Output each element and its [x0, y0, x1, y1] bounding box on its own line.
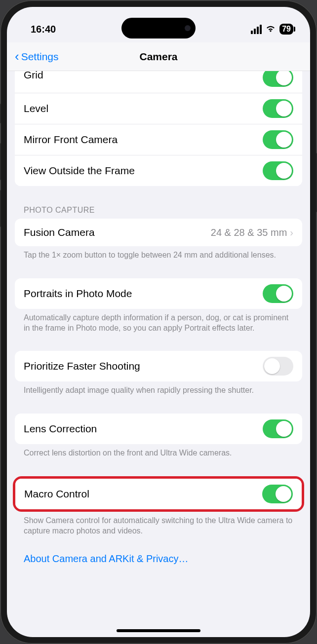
section-footer: Automatically capture depth information …	[16, 313, 301, 334]
status-time: 16:40	[31, 24, 56, 35]
wifi-icon	[265, 24, 276, 35]
settings-group-lens-correction: Lens Correction	[15, 414, 302, 444]
row-level[interactable]: Level	[15, 93, 302, 124]
section-footer: Tap the 1× zoom button to toggle between…	[16, 250, 301, 261]
section-footer: Show Camera control for automatically sw…	[16, 516, 301, 536]
row-value: 24 & 28 & 35 mm	[211, 227, 287, 238]
row-label: Mirror Front Camera	[24, 134, 118, 146]
row-macro-control[interactable]: Macro Control	[15, 479, 302, 509]
row-label: Grid	[24, 71, 43, 81]
chevron-right-icon: ›	[290, 227, 293, 238]
toggle-lens-correction[interactable]	[263, 419, 293, 438]
section-footer: Correct lens distortion on the front and…	[16, 448, 301, 458]
row-portraits-photo-mode[interactable]: Portraits in Photo Mode	[15, 278, 302, 309]
toggle-mirror[interactable]	[263, 130, 293, 149]
section-header-photo-capture: PHOTO CAPTURE	[24, 206, 293, 215]
row-label: Level	[24, 103, 48, 114]
row-lens-correction[interactable]: Lens Correction	[15, 414, 302, 444]
toggle-macro-control[interactable]	[262, 485, 293, 503]
row-view-outside-frame[interactable]: View Outside the Frame	[15, 155, 302, 186]
row-label: View Outside the Frame	[24, 165, 135, 177]
toggle-view-outside[interactable]	[263, 161, 293, 180]
highlight-macro-control: Macro Control	[13, 476, 304, 512]
toggle-level[interactable]	[263, 99, 293, 118]
back-label: Settings	[21, 51, 59, 63]
settings-group-composition: Grid Level Mirror Front Camera View Outs…	[15, 71, 302, 186]
back-button[interactable]: ‹ Settings	[15, 49, 59, 64]
battery-icon: 79	[279, 24, 293, 35]
row-mirror-front-camera[interactable]: Mirror Front Camera	[15, 124, 302, 155]
row-label: Fusion Camera	[24, 227, 95, 238]
cellular-icon	[251, 25, 262, 34]
row-fusion-camera[interactable]: Fusion Camera 24 & 28 & 35 mm ›	[15, 219, 302, 246]
row-label: Macro Control	[24, 488, 89, 500]
settings-group-portraits: Portraits in Photo Mode	[15, 278, 302, 309]
toggle-grid[interactable]	[263, 71, 293, 87]
dynamic-island	[121, 18, 196, 38]
toggle-prioritize[interactable]	[263, 357, 293, 376]
row-label: Lens Correction	[24, 423, 97, 435]
toggle-portraits[interactable]	[263, 284, 293, 303]
link-about-camera-privacy[interactable]: About Camera and ARKit & Privacy…	[7, 547, 310, 570]
home-indicator[interactable]	[117, 629, 200, 632]
settings-group-prioritize: Prioritize Faster Shooting	[15, 351, 302, 381]
row-label: Prioritize Faster Shooting	[24, 360, 140, 372]
settings-group-photo-capture: Fusion Camera 24 & 28 & 35 mm ›	[15, 219, 302, 246]
chevron-left-icon: ‹	[15, 49, 19, 64]
page-title: Camera	[139, 51, 177, 63]
section-footer: Intelligently adapt image quality when r…	[16, 385, 301, 396]
nav-bar: ‹ Settings Camera	[7, 42, 310, 71]
row-label: Portraits in Photo Mode	[24, 288, 132, 300]
row-prioritize-faster-shooting[interactable]: Prioritize Faster Shooting	[15, 351, 302, 381]
row-grid[interactable]: Grid	[15, 71, 302, 93]
